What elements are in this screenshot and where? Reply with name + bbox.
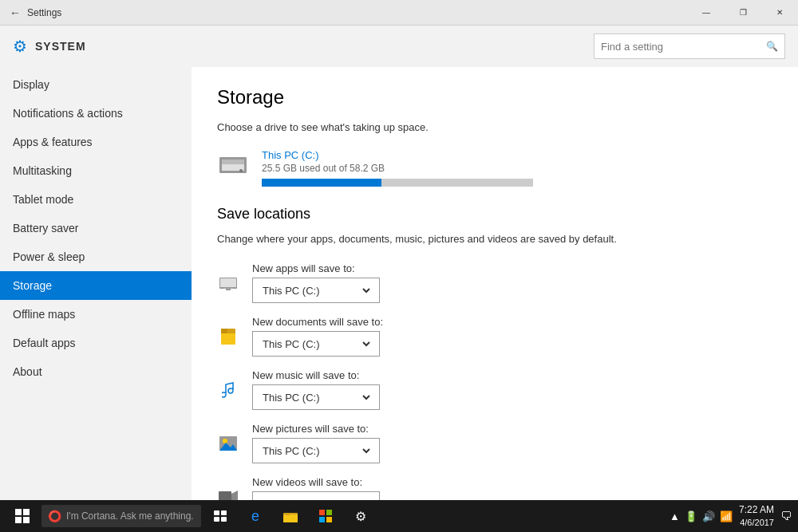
sidebar-item-default-apps[interactable]: Default apps	[0, 329, 192, 357]
sidebar: DisplayNotifications & actionsApps & fea…	[0, 67, 192, 500]
network-icon: 📶	[720, 510, 733, 522]
main-content: DisplayNotifications & actionsApps & fea…	[0, 67, 798, 500]
sidebar-item-battery-saver[interactable]: Battery saver	[0, 214, 192, 242]
pictures-select-input[interactable]: This PC (C:)SD Card (D:)	[259, 439, 373, 463]
music-inner: New music will save to:This PC (C:)SD Ca…	[252, 369, 380, 410]
volume-icon: 🔊	[702, 510, 715, 522]
header-bar: ⚙ SYSTEM 🔍	[0, 26, 798, 67]
videos-select[interactable]: This PC (C:)SD Card (D:)	[252, 491, 380, 500]
clock-date: 4/6/2017	[739, 517, 774, 529]
music-label: New music will save to:	[252, 369, 380, 381]
svg-rect-19	[23, 517, 30, 523]
svg-rect-7	[223, 288, 233, 289]
sidebar-item-offline-maps[interactable]: Offline maps	[0, 300, 192, 329]
minimize-button[interactable]: —	[688, 0, 725, 26]
svg-rect-5	[220, 278, 236, 287]
save-location-apps: New apps will save to:This PC (C:)SD Car…	[217, 262, 772, 303]
sidebar-item-about[interactable]: About	[0, 357, 192, 386]
back-button[interactable]: ←	[10, 6, 21, 19]
videos-inner: New videos will save to:This PC (C:)SD C…	[252, 476, 380, 500]
drive-progress-bg	[262, 179, 533, 187]
apps-label: New apps will save to:	[252, 262, 380, 274]
system-title: SYSTEM	[35, 40, 86, 53]
store-icon[interactable]	[310, 500, 342, 532]
settings-taskbar-icon[interactable]: ⚙	[345, 500, 377, 532]
documents-select[interactable]: This PC (C:)SD Card (D:)	[252, 331, 380, 357]
svg-rect-9	[221, 333, 235, 345]
videos-icon	[217, 486, 239, 500]
close-button[interactable]: ✕	[761, 0, 798, 26]
save-locations-title: Save locations	[217, 206, 772, 223]
taskbar-left: ⭕ I'm Cortana. Ask me anything. e	[6, 500, 377, 532]
taskbar-right: ▲ 🔋 🔊 📶 7:22 AM 4/6/2017 🗨	[670, 503, 792, 529]
save-location-documents: New documents will save to:This PC (C:)S…	[217, 316, 772, 357]
cortana-icon: ⭕	[48, 510, 61, 522]
subtitle: Choose a drive to see what's taking up s…	[217, 121, 772, 133]
drive-name[interactable]: This PC (C:)	[262, 149, 772, 161]
svg-rect-30	[326, 517, 332, 522]
documents-select-input[interactable]: This PC (C:)SD Card (D:)	[259, 332, 373, 356]
svg-rect-2	[222, 160, 244, 164]
drive-item: This PC (C:) 25.5 GB used out of 58.2 GB	[217, 149, 772, 187]
videos-select-input[interactable]: This PC (C:)SD Card (D:)	[259, 492, 373, 500]
start-button[interactable]	[6, 500, 38, 532]
apps-inner: New apps will save to:This PC (C:)SD Car…	[252, 262, 380, 303]
apps-select-input[interactable]: This PC (C:)SD Card (D:)	[259, 278, 373, 302]
edge-icon[interactable]: e	[239, 500, 271, 532]
music-select[interactable]: This PC (C:)SD Card (D:)	[252, 384, 380, 410]
svg-rect-17	[23, 509, 30, 515]
system-tray: ▲ 🔋 🔊 📶	[670, 510, 733, 522]
pictures-icon	[217, 432, 239, 455]
svg-rect-27	[319, 510, 325, 515]
window-title: Settings	[27, 7, 61, 18]
title-bar: ← Settings — ❐ ✕	[0, 0, 798, 26]
drive-progress-fill	[262, 179, 381, 187]
sidebar-item-tablet-mode[interactable]: Tablet mode	[0, 185, 192, 214]
svg-rect-20	[214, 510, 219, 515]
cortana-search[interactable]: ⭕ I'm Cortana. Ask me anything.	[41, 505, 201, 527]
pictures-select[interactable]: This PC (C:)SD Card (D:)	[252, 438, 380, 463]
content-area: Storage Choose a drive to see what's tak…	[192, 67, 798, 500]
tray-up-arrow[interactable]: ▲	[670, 510, 680, 522]
apps-select[interactable]: This PC (C:)SD Card (D:)	[252, 278, 380, 303]
header-left: ⚙ SYSTEM	[13, 37, 86, 56]
save-location-rows: New apps will save to:This PC (C:)SD Car…	[217, 262, 772, 500]
music-select-input[interactable]: This PC (C:)SD Card (D:)	[259, 385, 373, 409]
drive-usage: 25.5 GB used out of 58.2 GB	[262, 163, 772, 174]
svg-rect-16	[15, 509, 22, 515]
svg-rect-28	[326, 510, 332, 515]
svg-point-12	[223, 439, 227, 443]
search-box[interactable]: 🔍	[594, 33, 785, 59]
sidebar-item-multitasking[interactable]: Multitasking	[0, 156, 192, 185]
sidebar-item-apps-features[interactable]: Apps & features	[0, 128, 192, 156]
page-title: Storage	[217, 86, 772, 108]
maximize-button[interactable]: ❐	[725, 0, 761, 26]
svg-rect-22	[214, 517, 219, 522]
taskbar: ⭕ I'm Cortana. Ask me anything. e	[0, 500, 798, 532]
svg-rect-6	[226, 289, 231, 290]
apps-icon	[217, 272, 239, 294]
svg-point-3	[239, 169, 243, 172]
notification-icon[interactable]: 🗨	[780, 510, 792, 522]
drive-info: This PC (C:) 25.5 GB used out of 58.2 GB	[262, 149, 772, 187]
svg-rect-21	[221, 510, 227, 515]
system-icon: ⚙	[13, 37, 27, 56]
search-input[interactable]	[601, 41, 761, 53]
save-locations-desc: Change where your apps, documents, music…	[217, 232, 772, 246]
svg-rect-18	[15, 517, 22, 523]
sidebar-item-power-sleep[interactable]: Power & sleep	[0, 242, 192, 271]
music-icon	[217, 379, 239, 401]
svg-rect-14	[219, 491, 231, 500]
save-location-music: New music will save to:This PC (C:)SD Ca…	[217, 369, 772, 410]
documents-inner: New documents will save to:This PC (C:)S…	[252, 316, 383, 357]
videos-label: New videos will save to:	[252, 476, 380, 488]
drive-icon	[217, 149, 249, 181]
svg-rect-29	[319, 517, 325, 522]
sidebar-item-notifications[interactable]: Notifications & actions	[0, 99, 192, 128]
sidebar-item-storage[interactable]: Storage	[0, 271, 192, 300]
task-view-button[interactable]	[204, 500, 236, 532]
sidebar-item-display[interactable]: Display	[0, 70, 192, 99]
explorer-icon[interactable]	[275, 500, 306, 532]
pictures-label: New pictures will save to:	[252, 423, 380, 435]
cortana-text: I'm Cortana. Ask me anything.	[66, 510, 194, 522]
